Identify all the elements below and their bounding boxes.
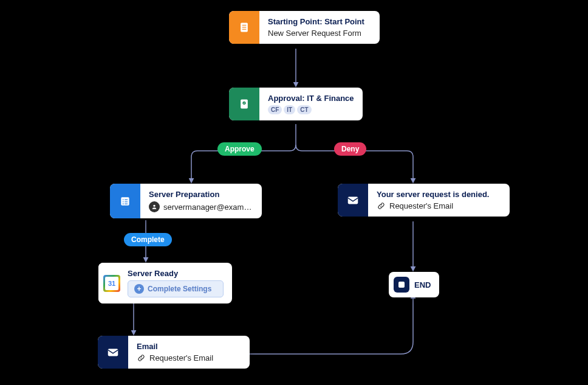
svg-point-18 [153,205,155,207]
svg-rect-20 [108,349,118,356]
badge: CT [297,105,311,114]
node-subtitle: New Server Request Form [268,29,371,38]
svg-point-16 [123,203,124,204]
svg-rect-7 [242,27,247,27]
node-email[interactable]: Email Requester's Email [98,336,250,369]
node-title: Email [137,342,241,351]
link-icon [377,201,386,210]
approve-pill: Approve [217,142,262,156]
approval-badges: CF IT CT [268,105,354,114]
node-title: Server Preparation [149,190,253,199]
link-text: Requester's Email [149,353,213,362]
node-title: Server Ready [128,269,224,278]
mail-icon [98,336,128,369]
link-icon [137,353,146,362]
complete-settings-button[interactable]: + Complete Settings [128,280,224,297]
node-title: Your server request is denied. [377,190,501,199]
svg-rect-6 [242,25,247,26]
node-server-prep[interactable]: Server Preparation servermanager@exam… [110,184,262,218]
plus-icon: + [134,284,144,294]
badge: IT [284,105,295,114]
svg-rect-15 [125,201,128,202]
stop-icon [394,277,409,293]
approval-icon [229,88,259,120]
complete-pill: Complete [124,233,172,246]
deny-pill: Deny [334,142,366,156]
node-start[interactable]: Starting Point: Start Point New Server R… [229,11,380,44]
node-end[interactable]: END [389,272,439,297]
mail-icon [338,184,368,217]
doc-icon [229,11,259,44]
badge: CF [268,105,282,114]
assignee-email: servermanager@exam… [163,203,251,212]
node-denied[interactable]: Your server request is denied. Requester… [338,184,510,217]
user-icon [149,201,160,212]
node-approval[interactable]: Approval: IT & Finance CF IT CT [229,88,363,120]
node-server-ready[interactable]: 31 Server Ready + Complete Settings [98,263,232,303]
svg-rect-8 [242,29,247,30]
node-title: Approval: IT & Finance [268,94,354,103]
svg-rect-17 [125,203,128,204]
link-text: Requester's Email [389,201,453,210]
svg-point-12 [123,199,124,200]
svg-rect-19 [348,197,358,204]
calendar-icon: 31 [98,263,125,303]
end-label: END [414,280,431,290]
svg-rect-13 [125,199,128,199]
list-icon [110,184,140,218]
node-title: Starting Point: Start Point [268,17,371,26]
svg-point-14 [123,201,124,203]
